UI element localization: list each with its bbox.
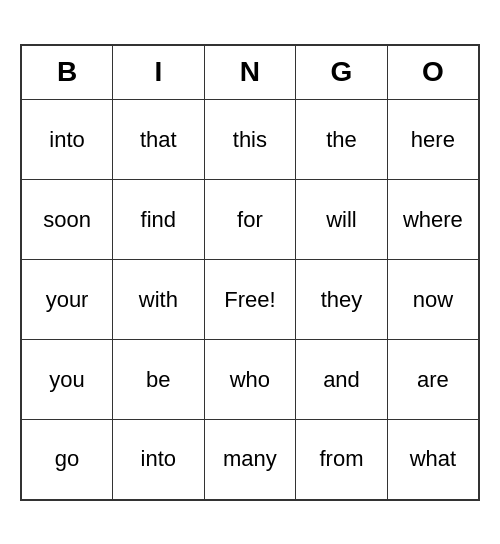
bingo-cell-4-2: many [204,420,296,500]
bingo-cell-2-4: now [387,260,479,340]
bingo-cell-3-4: are [387,340,479,420]
bingo-cell-4-0: go [21,420,113,500]
bingo-cell-2-1: with [113,260,205,340]
bingo-cell-0-4: here [387,100,479,180]
bingo-cell-1-0: soon [21,180,113,260]
bingo-cell-4-3: from [296,420,388,500]
bingo-cell-0-2: this [204,100,296,180]
bingo-cell-1-1: find [113,180,205,260]
bingo-cell-4-1: into [113,420,205,500]
bingo-cell-1-2: for [204,180,296,260]
header-cell-i: I [113,45,205,100]
bingo-row-0: intothatthisthehere [21,100,479,180]
bingo-row-3: youbewhoandare [21,340,479,420]
bingo-cell-2-0: your [21,260,113,340]
bingo-cell-0-3: the [296,100,388,180]
header-cell-o: O [387,45,479,100]
bingo-cell-2-3: they [296,260,388,340]
bingo-row-4: gointomanyfromwhat [21,420,479,500]
bingo-cell-0-1: that [113,100,205,180]
bingo-cell-3-3: and [296,340,388,420]
bingo-card: BINGO intothatthistheheresoonfindforwill… [20,44,480,501]
bingo-row-2: yourwithFree!theynow [21,260,479,340]
bingo-cell-3-2: who [204,340,296,420]
bingo-cell-4-4: what [387,420,479,500]
bingo-cell-0-0: into [21,100,113,180]
header-cell-n: N [204,45,296,100]
bingo-cell-1-4: where [387,180,479,260]
header-row: BINGO [21,45,479,100]
bingo-cell-3-0: you [21,340,113,420]
bingo-cell-1-3: will [296,180,388,260]
header-cell-g: G [296,45,388,100]
bingo-cell-3-1: be [113,340,205,420]
bingo-cell-2-2: Free! [204,260,296,340]
header-cell-b: B [21,45,113,100]
bingo-row-1: soonfindforwillwhere [21,180,479,260]
